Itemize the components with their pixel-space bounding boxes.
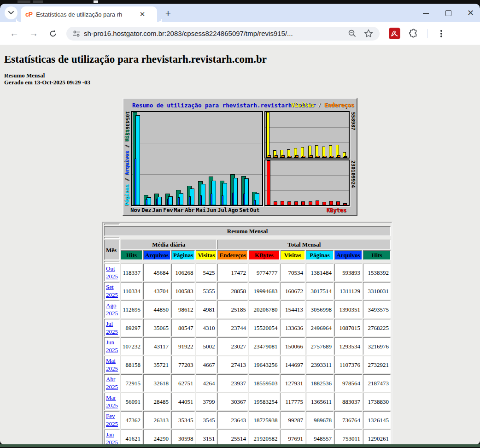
value-cell: 110334 [121,282,142,300]
month-link-ago2025[interactable]: Ago 2025 [106,302,118,317]
value-cell: 112695 [121,301,142,318]
month-link-mar2025[interactable]: Mar 2025 [106,394,118,409]
month-cell: Fev 2025 [104,411,120,429]
background-window-fragment [94,0,98,3]
background-window-fragment [33,0,43,3]
value-cell: 2187473 [363,374,391,392]
back-button[interactable]: ← [7,27,21,41]
bar-kbytes-jan [281,201,284,205]
bar-visits-nov [266,112,269,158]
value-cell: 43704 [143,282,170,300]
month-link-fev2025[interactable]: Fev 2025 [106,413,118,427]
month-link-jun2025[interactable]: Jun 2025 [106,339,118,354]
value-cell: 44850 [143,301,170,318]
tab-close-icon[interactable]: ✕ [138,10,146,18]
value-cell: 4264 [196,374,217,392]
bar-files-dez [146,199,147,205]
gridline [132,174,262,175]
value-cell: 4981 [196,301,217,318]
bar-sites-jan [281,155,285,158]
reload-button[interactable] [46,27,60,41]
value-cell: 26313 [143,411,170,429]
extensions-puzzle-icon[interactable] [409,29,419,39]
legend-text: Visitas [291,102,315,108]
value-cell: 19643256 [249,356,280,373]
bar-kbytes-dez [274,201,277,205]
bar-kbytes-ago [329,201,333,205]
month-link-jul2025[interactable]: Jul 2025 [106,320,118,335]
usage-summary-chart: Resumo de utilização para rhevistarh.rev… [123,98,357,216]
bar-kbytes-set [336,201,340,205]
separator-cell [104,224,120,225]
value-cell: 5002 [196,337,217,355]
bookmark-star-icon[interactable] [364,29,373,38]
close-window-button[interactable]: ✕ [467,10,474,16]
value-cell: 30598 [171,430,195,444]
visits-sites-panel [264,111,350,159]
month-tick-label: Out [250,207,260,213]
address-bar[interactable]: sh-pro16.hostgator.com.br:2083/cpsess822… [66,27,380,41]
browser-menu-icon[interactable] [440,33,442,35]
table-row: Jan 202541621242903059831512551421920582… [104,430,391,444]
month-link-mai2025[interactable]: Mai 2025 [106,357,118,372]
value-cell: 1311129 [334,282,362,300]
legend-text: Páginas [124,184,130,206]
value-cell: 978564 [334,374,362,392]
url-text[interactable]: sh-pro16.hostgator.com.br:2083/cpsess822… [84,29,348,37]
gridline [132,143,262,143]
site-info-icon[interactable] [73,30,80,37]
month-cell: Mar 2025 [104,393,120,410]
value-cell: 62751 [171,374,195,392]
value-cell: 23643 [217,411,248,429]
forward-button[interactable]: → [27,27,41,41]
bar-files-out [254,200,256,205]
value-cell: 1087015 [334,319,362,336]
month-cell: Ago 2025 [104,301,120,318]
bar-kbytes-abr [301,201,305,205]
bar-files-set [243,194,245,205]
month-tick-label: Mar [174,207,184,213]
month-tick-label: Jul [217,207,228,213]
axis-max-kbytes: 230109924 [350,160,356,188]
month-link-out2025[interactable]: Out 2025 [106,265,118,280]
column-header-month: Mês [104,240,120,260]
value-cell: 47362 [121,411,142,429]
value-cell: 32618 [143,374,170,392]
value-cell: 948557 [306,430,334,444]
month-link-jan2025[interactable]: Jan 2025 [106,431,118,444]
month-tick-label: Fev [163,207,173,213]
value-cell: 23937 [217,374,248,392]
tab-search-button[interactable] [5,6,18,19]
kbytes-axis-label: KBytes [327,207,346,213]
month-link-abr2025[interactable]: Abr 2025 [106,376,118,390]
active-tab[interactable]: cP Estatísticas de utilização para rh ✕ [21,6,157,22]
month-link-set2025[interactable]: Set 2025 [106,283,118,298]
legend-text: / [124,175,130,184]
value-cell: 593893 [334,264,362,281]
toolbar-divider [427,29,427,38]
bar-files-jul [222,195,223,205]
value-cell: 3799 [196,393,217,410]
table-row: Out 202511833745684106268542517472977477… [104,264,391,281]
separator-cell [104,237,120,239]
value-cell: 98612 [171,301,195,318]
value-cell: 5425 [196,264,217,281]
value-cell: 20206780 [249,301,280,318]
column-header-enderecos: Endereços [217,250,248,260]
bar-sites-jul [323,156,327,158]
bar-sites-out [344,156,347,158]
value-cell: 9774777 [249,264,280,281]
pdf-extension-icon[interactable] [389,28,400,39]
table-title: Resumo Mensal [104,226,391,236]
reload-icon [49,29,57,38]
minimize-button[interactable] [423,10,429,16]
bar-files-mai [200,195,202,205]
new-tab-button[interactable]: + [162,7,174,19]
value-cell: 160672 [281,282,305,300]
maximize-button[interactable] [445,10,451,16]
zoom-out-icon[interactable] [348,29,357,38]
value-cell: 19583254 [249,393,280,410]
bar-sites-mai [310,155,313,158]
table-row: Set 202511033443704100583535528858199946… [104,282,391,300]
bar-files-jan [156,199,158,205]
